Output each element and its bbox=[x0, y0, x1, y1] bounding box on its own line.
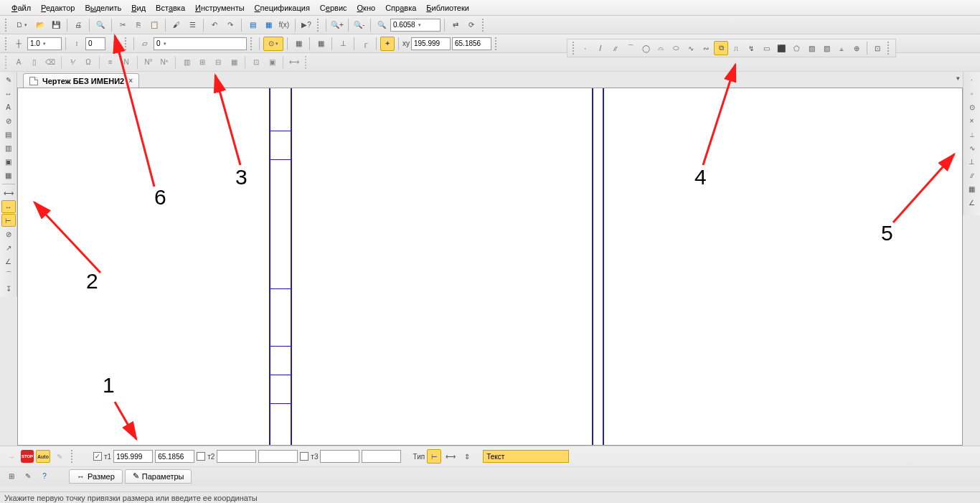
menu-window[interactable]: Окно bbox=[353, 2, 380, 14]
snap-button[interactable]: ⊙ bbox=[263, 37, 283, 51]
step-input[interactable] bbox=[85, 37, 105, 50]
toolbar-handle[interactable] bbox=[5, 37, 8, 50]
variable-button[interactable]: f(x) bbox=[277, 18, 291, 32]
align-button[interactable]: ≡ bbox=[103, 55, 118, 70]
pt2-y-input[interactable] bbox=[258, 450, 298, 463]
offset-icon[interactable]: ⟁ bbox=[834, 41, 849, 55]
rect2-icon[interactable]: ⬛ bbox=[774, 41, 788, 55]
properties-button[interactable]: ☰ bbox=[185, 18, 199, 32]
symb-tab-icon[interactable]: ⊘ bbox=[1, 114, 16, 127]
pt1-x-input[interactable] bbox=[113, 450, 153, 463]
close-icon[interactable]: × bbox=[128, 77, 133, 85]
fraction-button[interactable]: ⅟ bbox=[65, 55, 80, 70]
snap-end-icon[interactable]: · bbox=[965, 73, 979, 86]
table-split-button[interactable]: ⊟ bbox=[211, 55, 225, 70]
snap-normal-icon[interactable]: ⊥ bbox=[965, 155, 979, 168]
collect-icon[interactable]: ⊕ bbox=[849, 41, 864, 55]
arcdim-icon[interactable]: ⌒ bbox=[1, 268, 16, 281]
parallel-line-icon[interactable]: ⫽ bbox=[608, 41, 623, 55]
fill-area-icon[interactable]: ▧ bbox=[819, 41, 834, 55]
pt3-y-input[interactable] bbox=[362, 450, 401, 463]
type-p-icon[interactable]: ⇕ bbox=[460, 449, 474, 464]
save-button[interactable]: 💾 bbox=[49, 18, 63, 32]
lindim-icon[interactable]: ⟷ bbox=[1, 187, 16, 199]
arc3p-icon[interactable]: ⌓ bbox=[654, 41, 668, 55]
copy-button[interactable]: ⎘ bbox=[131, 18, 146, 32]
hatch-icon[interactable]: ▨ bbox=[804, 41, 819, 55]
menu-help[interactable]: Справка bbox=[381, 2, 420, 14]
prop-help-icon[interactable]: ? bbox=[37, 469, 52, 484]
menu-libs[interactable]: Библиотеки bbox=[422, 2, 473, 14]
menu-select[interactable]: Выделить bbox=[80, 2, 126, 14]
menu-view[interactable]: Вид bbox=[127, 2, 150, 14]
menu-insert[interactable]: Вставка bbox=[151, 2, 189, 14]
measure-tab-icon[interactable]: ▣ bbox=[1, 155, 16, 168]
frame-icon[interactable]: ⊡ bbox=[870, 41, 885, 55]
zoom-combo[interactable]: 0.6058 bbox=[390, 19, 440, 32]
stop-button[interactable]: STOP bbox=[21, 450, 34, 463]
select-tab-icon[interactable]: ▦ bbox=[1, 169, 16, 182]
sheet-button[interactable]: ▦ bbox=[261, 18, 275, 32]
ortho-button[interactable]: ⊥ bbox=[336, 37, 350, 51]
snap-int-icon[interactable]: × bbox=[965, 114, 979, 127]
pt1-checkbox[interactable]: ✓ bbox=[93, 452, 102, 461]
menu-spec[interactable]: Спецификация bbox=[250, 2, 314, 14]
snap-center-icon[interactable]: ⊙ bbox=[965, 100, 979, 113]
step-icon2[interactable]: ↕ bbox=[107, 37, 121, 51]
polyline-icon[interactable]: ⎍ bbox=[729, 41, 743, 55]
grid2-button[interactable]: ▦ bbox=[314, 37, 328, 51]
menu-service[interactable]: Сервис bbox=[316, 2, 352, 14]
step-icon[interactable]: ↕ bbox=[70, 37, 84, 51]
omega-button[interactable]: Ω bbox=[81, 55, 95, 70]
rotate-button[interactable]: ⟳ bbox=[464, 18, 479, 32]
autodim-icon[interactable]: ↔ bbox=[1, 200, 16, 213]
preview-button[interactable]: 🔍 bbox=[93, 18, 108, 32]
snap-tan-icon[interactable]: ⟂ bbox=[965, 128, 979, 141]
line-icon[interactable]: / bbox=[593, 41, 608, 55]
layer-combo[interactable]: 0 bbox=[154, 37, 247, 50]
scroll-button[interactable]: ⇄ bbox=[448, 18, 463, 32]
nurbs-icon[interactable]: ∾ bbox=[699, 41, 713, 55]
ellipse-icon[interactable]: ⬭ bbox=[669, 41, 683, 55]
insnum2-button[interactable]: N° bbox=[141, 55, 156, 70]
paste-button[interactable]: 📋 bbox=[147, 18, 161, 32]
menu-file[interactable]: ФФайлайл bbox=[7, 2, 35, 14]
rect-icon[interactable]: ▭ bbox=[759, 41, 773, 55]
type-h-icon[interactable]: ⊢ bbox=[427, 449, 441, 464]
round-button[interactable]: ┌ bbox=[358, 37, 372, 51]
format-paint-button[interactable]: 🖌 bbox=[169, 18, 184, 32]
prop-arrow-icon[interactable]: → bbox=[4, 449, 19, 464]
geom-tab-icon[interactable]: ✎ bbox=[1, 73, 16, 86]
tdim-button[interactable]: ⟷ bbox=[287, 55, 301, 70]
break-icon[interactable]: ↯ bbox=[744, 41, 758, 55]
text-tab-icon[interactable]: A bbox=[1, 100, 16, 113]
polygon-icon[interactable]: ⬠ bbox=[789, 41, 804, 55]
coord-x-input[interactable] bbox=[411, 37, 451, 50]
linestyle-icon[interactable]: ┼ bbox=[11, 37, 26, 51]
menu-tools[interactable]: Инструменты bbox=[191, 2, 249, 14]
table-merge-button[interactable]: ⊞ bbox=[195, 55, 209, 70]
pt2-checkbox[interactable] bbox=[197, 452, 205, 461]
grid-button[interactable]: ▦ bbox=[291, 37, 306, 51]
text-field[interactable]: Текст bbox=[483, 450, 569, 463]
snap-angle-icon[interactable]: ∠ bbox=[965, 196, 979, 209]
help-pick-button[interactable]: ▶? bbox=[299, 18, 314, 32]
phantom-icon[interactable]: ✎ bbox=[52, 449, 67, 464]
pt3-checkbox[interactable] bbox=[300, 452, 308, 461]
print-button[interactable]: 🖨 bbox=[71, 18, 85, 32]
toolbar-handle[interactable] bbox=[317, 19, 320, 32]
raddim-icon[interactable]: ↗ bbox=[1, 241, 16, 254]
new-button[interactable]: 🗋 bbox=[11, 18, 32, 32]
undo-button[interactable]: ↶ bbox=[207, 18, 222, 32]
document-tab[interactable]: Чертеж БЕЗ ИМЕНИ2 × bbox=[23, 73, 139, 88]
layer-icon[interactable]: ▱ bbox=[138, 37, 152, 51]
tab-size[interactable]: ↔Размер bbox=[69, 469, 123, 484]
linestyle-combo[interactable]: 1.0 bbox=[27, 37, 62, 50]
insnum-button[interactable]: N bbox=[119, 55, 133, 70]
spline-icon[interactable]: ∿ bbox=[684, 41, 698, 55]
snap-grid-icon[interactable]: ▦ bbox=[965, 182, 979, 195]
eraser-button[interactable]: ⌫ bbox=[43, 55, 57, 70]
snap-near-icon[interactable]: ∿ bbox=[965, 141, 979, 154]
pt2-x-input[interactable] bbox=[217, 450, 256, 463]
cut-button[interactable]: ✂ bbox=[116, 18, 130, 32]
